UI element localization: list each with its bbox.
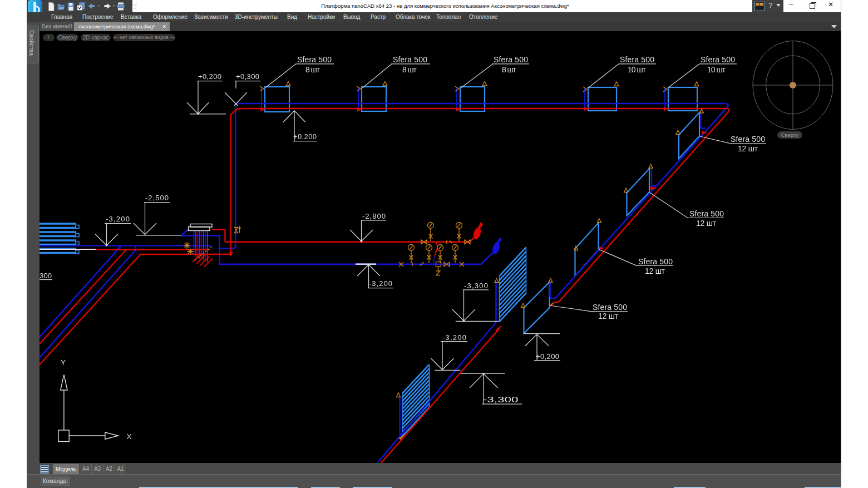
svg-text:-3,300: -3,300 — [464, 282, 488, 290]
svg-text:10 шт: 10 шт — [628, 65, 647, 74]
svg-text:Sfera 500: Sfera 500 — [701, 55, 735, 64]
svg-text:Sfera 500: Sfera 500 — [494, 55, 528, 64]
svg-text:Sfera 500: Sfera 500 — [593, 303, 627, 312]
svg-text:Sfera 500: Sfera 500 — [689, 209, 724, 218]
svg-text:Sfera 500: Sfera 500 — [620, 55, 654, 64]
svg-text:8 шт: 8 шт — [305, 65, 320, 74]
svg-text:-2,500: -2,500 — [145, 194, 169, 202]
svg-text:12 шт: 12 шт — [696, 219, 717, 228]
svg-text:Sfera 500: Sfera 500 — [638, 257, 673, 266]
svg-text:-3,300: -3,300 — [483, 395, 519, 404]
svg-text:+0,200: +0,200 — [198, 72, 221, 81]
svg-text:+0,200: +0,200 — [293, 132, 317, 141]
svg-text:8 шт: 8 шт — [402, 65, 417, 74]
svg-text:-3,200: -3,200 — [106, 215, 130, 223]
svg-text:-3,200: -3,200 — [369, 279, 392, 288]
svg-text:-3,200: -3,200 — [442, 333, 466, 342]
svg-text:Sfera 500: Sfera 500 — [731, 135, 765, 144]
svg-text:12 шт: 12 шт — [598, 312, 619, 321]
svg-text:+0,200: +0,200 — [536, 352, 559, 361]
svg-text:300: 300 — [40, 272, 52, 280]
svg-text:+0,300: +0,300 — [236, 72, 259, 81]
svg-text:10 шт: 10 шт — [707, 65, 726, 74]
svg-text:12 шт: 12 шт — [738, 144, 758, 153]
svg-text:Sfera 500: Sfera 500 — [393, 55, 427, 64]
svg-text:8 шт: 8 шт — [502, 65, 517, 74]
svg-text:Y: Y — [61, 358, 66, 367]
svg-text:X: X — [127, 432, 132, 441]
svg-text:-2,800: -2,800 — [362, 212, 386, 220]
svg-text:12 шт: 12 шт — [645, 267, 665, 275]
svg-text:Sfera 500: Sfera 500 — [297, 55, 332, 64]
